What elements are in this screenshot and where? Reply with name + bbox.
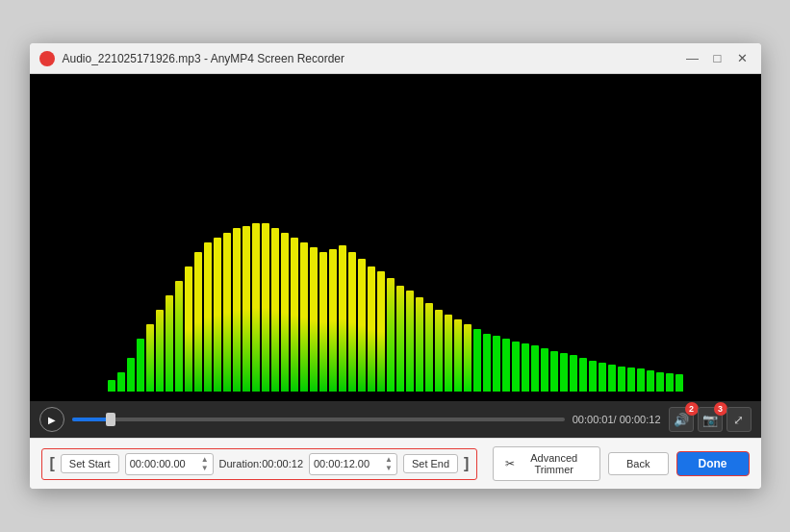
timeline-icons: 🔊 2 📷 3 ⤢ (669, 407, 752, 432)
waveform-bar (175, 281, 183, 392)
trim-group: [ Set Start ▲ ▼ Duration:00:00:12 ▲ ▼ Se… (41, 448, 478, 480)
end-time-input[interactable]: ▲ ▼ (309, 453, 397, 475)
waveform-bar (358, 259, 366, 392)
scrubber-thumb[interactable] (106, 413, 115, 426)
waveform-bar (108, 380, 115, 392)
waveform-bar (627, 367, 635, 392)
waveform-bar (117, 372, 125, 392)
title-bar: Audio_221025171926.mp3 - AnyMP4 Screen R… (30, 43, 761, 74)
waveform-bar (483, 334, 491, 392)
waveform-bar (271, 228, 279, 392)
title-bar-controls: — □ ✕ (684, 52, 752, 64)
advanced-trimmer-button[interactable]: ✂ Advanced Trimmer (493, 446, 600, 481)
waveform-bar (127, 358, 135, 392)
waveform-bar (589, 361, 597, 392)
set-start-button[interactable]: Set Start (61, 454, 119, 473)
spinner-down[interactable]: ▼ (201, 465, 209, 472)
spinner-up-end[interactable]: ▲ (385, 456, 393, 464)
waveform-bar (531, 345, 539, 392)
waveform-bar (618, 367, 625, 392)
waveform-container (69, 122, 722, 392)
waveform-bar (214, 238, 221, 392)
waveform-bar (204, 242, 212, 392)
left-bracket: [ (50, 455, 55, 472)
volume-button[interactable]: 🔊 2 (669, 407, 694, 432)
spinner-up[interactable]: ▲ (201, 456, 209, 464)
waveform-bar (406, 291, 414, 392)
waveform-bar (560, 353, 568, 392)
waveform-bar (166, 295, 173, 392)
waveform-bar (146, 324, 154, 392)
window-title: Audio_221025171926.mp3 - AnyMP4 Screen R… (63, 52, 345, 65)
done-button[interactable]: Done (676, 451, 750, 476)
maximize-button[interactable]: □ (709, 52, 726, 64)
end-time-field[interactable] (314, 458, 383, 469)
play-button[interactable]: ▶ (39, 407, 64, 432)
waveform-bar (464, 324, 471, 392)
waveform-bar (387, 278, 395, 392)
waveform-bar (281, 233, 289, 392)
waveform-bar (223, 233, 231, 392)
waveform-bar (262, 223, 269, 392)
waveform-bar (319, 252, 327, 392)
timeline-bar: ▶ 00:00:01/ 00:00:12 🔊 2 📷 3 ⤢ (30, 401, 761, 438)
waveform-bar (252, 223, 260, 392)
time-display: 00:00:01/ 00:00:12 (573, 414, 661, 425)
waveform-bar (185, 266, 192, 392)
waveform-bar (445, 315, 452, 392)
waveform-bar (416, 297, 423, 392)
advanced-trimmer-label: Advanced Trimmer (520, 452, 588, 475)
waveform-bar (647, 370, 654, 392)
minimize-button[interactable]: — (684, 52, 701, 64)
title-bar-left: Audio_221025171926.mp3 - AnyMP4 Screen R… (39, 51, 345, 66)
duration-label: Duration:00:00:12 (219, 458, 303, 469)
waveform-bar (541, 348, 548, 392)
fullscreen-button[interactable]: ⤢ (726, 407, 752, 432)
main-window: Audio_221025171926.mp3 - AnyMP4 Screen R… (30, 43, 761, 489)
app-icon (39, 51, 55, 66)
waveform-bar (291, 238, 298, 392)
waveform-bar (493, 336, 500, 392)
close-button[interactable]: ✕ (734, 52, 752, 64)
waveform-bar (454, 319, 462, 392)
waveform-bar (522, 343, 529, 392)
waveform-bar (329, 249, 337, 392)
waveform-bar (348, 252, 356, 392)
waveform-bar (570, 355, 577, 392)
scrubber-progress (72, 418, 112, 421)
back-button[interactable]: Back (608, 452, 668, 475)
waveform-bar (156, 310, 164, 392)
spinner-down-end[interactable]: ▼ (385, 465, 393, 472)
start-time-field[interactable] (130, 458, 199, 469)
camera-button[interactable]: 📷 3 (698, 407, 723, 432)
volume-badge: 2 (685, 402, 699, 416)
waveform-bar (608, 365, 616, 392)
waveform-bar (310, 247, 318, 392)
start-time-input[interactable]: ▲ ▼ (125, 453, 214, 475)
waveform-bar (675, 374, 683, 392)
right-bracket: ] (464, 455, 469, 472)
waveform-bar (550, 351, 558, 392)
video-area (30, 74, 761, 401)
waveform-bar (473, 329, 481, 392)
waveform-bar (579, 358, 587, 392)
waveform-bar (339, 245, 346, 392)
waveform-bar (194, 252, 202, 392)
waveform-bar (637, 368, 645, 392)
waveform-bar (377, 271, 385, 392)
end-time-spinner[interactable]: ▲ ▼ (385, 456, 393, 472)
waveform-bar (368, 266, 375, 392)
waveform-bar (396, 286, 404, 392)
waveform-bar (599, 363, 606, 392)
start-time-spinner[interactable]: ▲ ▼ (201, 456, 209, 472)
camera-badge: 3 (714, 402, 727, 416)
waveform-bar (233, 228, 241, 392)
waveform-bar (656, 372, 664, 392)
bottom-controls: [ Set Start ▲ ▼ Duration:00:00:12 ▲ ▼ Se… (30, 438, 761, 489)
waveform-bar (137, 339, 144, 392)
waveform-bar (425, 303, 433, 392)
waveform-bar (435, 310, 443, 392)
scrubber-track[interactable] (72, 418, 565, 421)
set-end-button[interactable]: Set End (403, 454, 458, 473)
scissors-icon: ✂ (505, 457, 515, 470)
